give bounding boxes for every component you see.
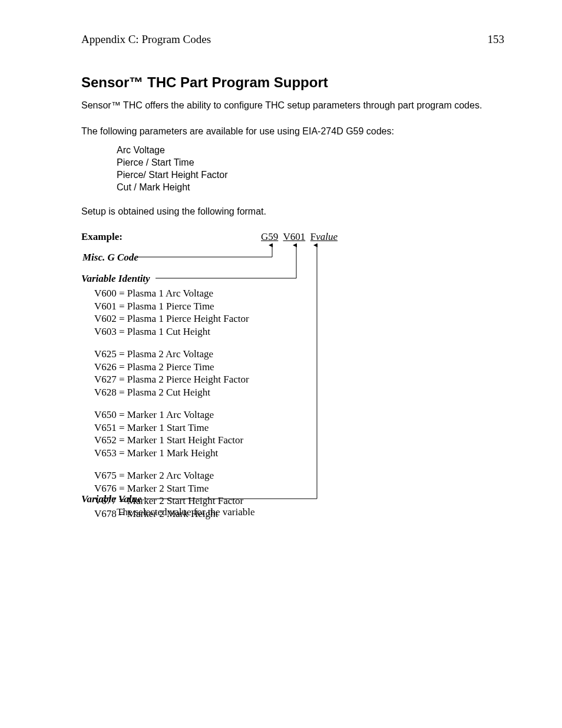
list-item: V653 = Marker 1 Mark Height	[94, 447, 249, 460]
list-item: V625 = Plasma 2 Arc Voltage	[94, 348, 249, 361]
example-code: G59 V601 Fvalue	[261, 231, 338, 242]
list-item: V601 = Plasma 1 Pierce Time	[94, 300, 249, 313]
list-item: V651 = Marker 1 Start Time	[94, 421, 249, 434]
intro-paragraph-2: The following parameters are available f…	[81, 125, 504, 138]
example-label: Example:	[81, 231, 261, 243]
list-item: V600 = Plasma 1 Arc Voltage	[94, 287, 249, 300]
page: Appendix C: Program Codes 153 Sensor™ TH…	[0, 0, 562, 728]
list-item: V650 = Marker 1 Arc Voltage	[94, 409, 249, 421]
list-item: Pierce/ Start Height Factor	[117, 169, 504, 182]
setup-paragraph: Setup is obtained using the following fo…	[81, 205, 504, 218]
header-left: Appendix C: Program Codes	[81, 33, 211, 46]
running-header: Appendix C: Program Codes 153	[81, 33, 504, 46]
variable-identity-list: V600 = Plasma 1 Arc Voltage V601 = Plasm…	[94, 287, 249, 521]
code-fvalue: value	[316, 231, 338, 242]
intro-paragraph-1: Sensor™ THC offers the ability to config…	[81, 99, 504, 112]
list-item: Cut / Mark Height	[117, 182, 504, 194]
misc-g-code-label: Misc. G Code	[82, 252, 138, 263]
list-item: V603 = Plasma 1 Cut Height	[94, 325, 249, 338]
code-v601: V601	[283, 231, 305, 242]
variable-value-description: The selected value for the variable	[117, 506, 255, 518]
code-fprefix: F	[310, 231, 316, 242]
list-item: V652 = Marker 1 Start Height Factor	[94, 434, 249, 447]
parameter-list: Arc Voltage Pierce / Start Time Pierce/ …	[117, 144, 504, 193]
list-item: Arc Voltage	[117, 144, 504, 157]
list-item: V627 = Plasma 2 Pierce Height Factor	[94, 373, 249, 386]
list-item: V602 = Plasma 1 Pierce Height Factor	[94, 312, 249, 325]
list-item: V626 = Plasma 2 Pierce Time	[94, 361, 249, 374]
code-g59: G59	[261, 231, 278, 242]
example-diagram: Example: G59 V601 Fvalue Misc. G Code Va…	[81, 231, 504, 520]
variable-identity-label: Variable Identity	[81, 273, 150, 284]
section-title: Sensor™ THC Part Program Support	[81, 74, 504, 91]
list-item: V675 = Marker 2 Arc Voltage	[94, 469, 249, 482]
page-number: 153	[488, 33, 505, 46]
variable-value-label: Variable Value	[81, 493, 142, 505]
list-item: Pierce / Start Time	[117, 157, 504, 169]
list-item: V628 = Plasma 2 Cut Height	[94, 386, 249, 399]
